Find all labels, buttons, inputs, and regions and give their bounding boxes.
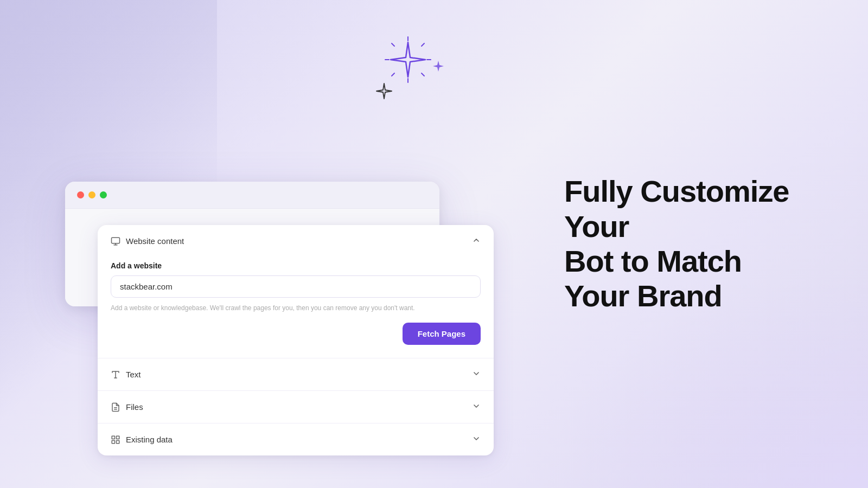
- floating-card: Website content Add a website Add a webs…: [98, 225, 494, 455]
- section-existing-data-header[interactable]: Existing data: [98, 423, 494, 455]
- grid-icon: [111, 435, 120, 445]
- section-website: Website content Add a website Add a webs…: [98, 225, 494, 358]
- section-existing-data-label: Existing data: [126, 435, 173, 444]
- traffic-light-green: [100, 191, 107, 198]
- svg-line-15: [392, 43, 394, 46]
- svg-rect-9: [112, 440, 114, 443]
- browser-window: Website content Add a website Add a webs…: [65, 182, 439, 306]
- monitor-icon: [111, 236, 120, 246]
- section-website-label: Website content: [126, 236, 184, 246]
- right-content: Fully Customize Your Bot to Match Your B…: [499, 174, 803, 314]
- svg-line-17: [392, 73, 394, 76]
- section-text-label: Text: [126, 370, 141, 379]
- section-text-header[interactable]: Text: [98, 358, 494, 390]
- website-helper-text: Add a website or knowledgebase. We'll cr…: [111, 303, 481, 313]
- hero-title-line2: Bot to Match Your Brand: [564, 244, 742, 313]
- section-text: Text: [98, 358, 494, 391]
- svg-rect-0: [112, 237, 120, 243]
- svg-rect-8: [117, 436, 119, 439]
- page-container: Website content Add a website Add a webs…: [0, 0, 868, 488]
- chevron-down-icon-text: [472, 369, 481, 380]
- svg-rect-7: [112, 436, 114, 439]
- chevron-up-icon: [472, 236, 481, 246]
- chevron-down-icon-files: [472, 402, 481, 412]
- browser-titlebar: [65, 182, 439, 209]
- svg-rect-10: [117, 440, 119, 443]
- fetch-pages-button[interactable]: Fetch Pages: [403, 323, 481, 345]
- website-url-input[interactable]: [111, 275, 481, 298]
- section-files-header[interactable]: Files: [98, 391, 494, 423]
- website-form-label: Add a website: [111, 261, 481, 270]
- file-icon: [111, 402, 120, 412]
- section-files-label: Files: [126, 402, 143, 412]
- chevron-down-icon-data: [472, 434, 481, 445]
- svg-line-18: [422, 73, 424, 76]
- hero-title-line1: Fully Customize Your: [564, 174, 789, 243]
- section-website-header[interactable]: Website content: [98, 225, 494, 257]
- traffic-light-yellow: [88, 191, 95, 198]
- website-section-body: Add a website Add a website or knowledge…: [98, 257, 494, 358]
- section-files: Files: [98, 391, 494, 423]
- section-existing-data: Existing data: [98, 423, 494, 455]
- svg-line-16: [422, 43, 424, 46]
- text-icon: [111, 370, 120, 380]
- hero-title: Fully Customize Your Bot to Match Your B…: [564, 174, 803, 314]
- star-decoration: [369, 33, 456, 119]
- traffic-light-red: [77, 191, 84, 198]
